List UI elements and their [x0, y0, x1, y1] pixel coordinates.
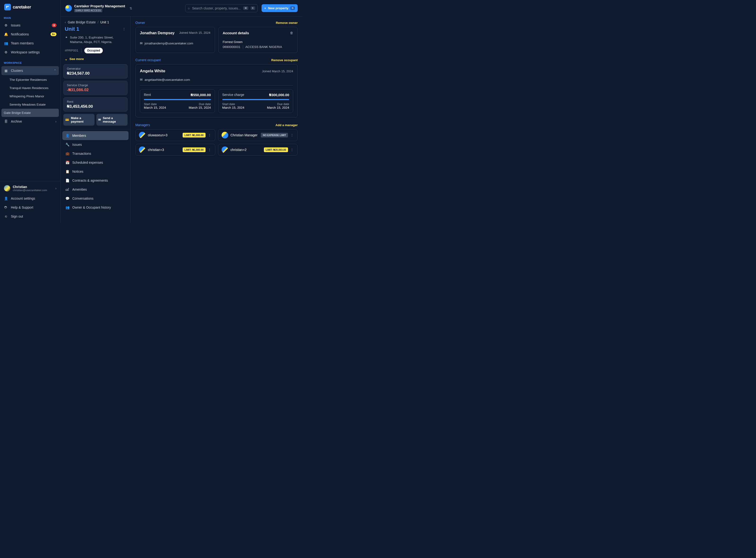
stat-generator: Generator ₦234,567.00: [63, 64, 128, 78]
more-icon[interactable]: ⋮: [291, 133, 294, 137]
sidebar-item-team[interactable]: 👥 Team members: [0, 39, 60, 48]
avatar: [139, 147, 146, 153]
sidebar-footer: Christian christian@usecaretaker.com › 👤…: [0, 181, 60, 223]
crumb-parent[interactable]: Gate Bridge Estate: [68, 20, 96, 24]
new-property-button[interactable]: + New property N: [261, 4, 298, 12]
org-badge: EARLY BIRD ACCESS: [74, 9, 102, 12]
archive-icon: 🗄: [4, 119, 8, 124]
calendar-icon: 📅: [65, 160, 70, 164]
make-payment-button[interactable]: 💳 Make a payment: [63, 114, 95, 126]
cluster-item-1[interactable]: Tranquil Haven Residences: [0, 84, 60, 92]
card-icon: 💳: [65, 118, 69, 121]
send-message-button[interactable]: ✉ Send a message: [96, 114, 128, 126]
limit-badge: LIMIT: ₦20,003.00: [264, 147, 288, 152]
help-icon: ⛑: [4, 205, 8, 209]
more-icon[interactable]: ⋮: [291, 148, 294, 152]
sidebar-item-notifications[interactable]: 🔔 Notifications 9+: [0, 30, 60, 39]
service-fee-card: Service charge ₦300,000.00 Start dateMar…: [218, 89, 294, 113]
account-settings-link[interactable]: 👤 Account settings: [0, 194, 60, 203]
manager-card: christian+2 LIMIT: ₦20,003.00 ⋮: [218, 144, 298, 156]
nav-label: Issues: [11, 23, 20, 27]
logo[interactable]: caretaker: [0, 0, 60, 15]
wallet-icon: 💼: [65, 151, 70, 156]
tab-members[interactable]: 👤Members: [62, 131, 128, 140]
org-switcher[interactable]: Caretaker Property Management EARLY BIRD…: [65, 4, 132, 12]
bell-icon: 🔔: [4, 32, 8, 36]
owner-card: Jonathan Dempsey Joined March 15, 2024 ✉…: [135, 27, 215, 53]
manager-card: Christian Manager NO EXPENSE LIMIT ⋮: [218, 129, 298, 141]
cluster-item-0[interactable]: The Epicenter Residences: [0, 76, 60, 84]
tab-transactions[interactable]: 💼Transactions: [62, 149, 128, 158]
nav-label: Notifications: [11, 32, 29, 36]
back-icon[interactable]: ‹: [65, 20, 66, 24]
mail-icon: ✉: [140, 41, 143, 45]
kbd-n: N: [291, 6, 295, 10]
tab-history[interactable]: 👥Owner & Occupant history: [62, 203, 128, 212]
help-link[interactable]: ⛑ Help & Support: [0, 203, 60, 212]
issues-badge: 8: [52, 23, 56, 27]
account-bank: ACCESS BANK NIGERIA: [246, 45, 282, 49]
owner-section-title: Owner: [135, 21, 145, 25]
sidebar-item-issues[interactable]: ⚙ Issues 8: [0, 21, 60, 30]
mail-icon: ✉: [140, 78, 143, 81]
kbd-k: K: [251, 6, 255, 10]
cluster-item-4[interactable]: Gate Bridge Estate: [1, 109, 59, 117]
svg-point-0: [66, 36, 67, 38]
gear-icon: ⚙: [4, 50, 8, 54]
occupant-joined: Joined March 15, 2024: [262, 70, 293, 73]
signout-icon: ⎋: [4, 214, 8, 219]
person-icon: 👤: [65, 133, 70, 138]
remove-owner-link[interactable]: Remove owner: [276, 21, 298, 25]
occupant-name: Angela White: [140, 69, 166, 74]
search-input[interactable]: ○ Search cluster, property, issues... ⌘ …: [185, 4, 258, 12]
user-name: Christian: [13, 185, 53, 189]
org-icon: [65, 5, 72, 11]
remove-occupant-link[interactable]: Remove occupant: [271, 58, 298, 62]
signout-link[interactable]: ⎋ Sign out: [0, 212, 60, 221]
tab-amenities[interactable]: 🛋Amenities: [62, 185, 128, 194]
more-icon[interactable]: ⋮: [208, 148, 212, 152]
topbar: Caretaker Property Management EARLY BIRD…: [60, 0, 302, 17]
see-more-toggle[interactable]: ⌄ See more: [60, 56, 130, 64]
amenity-icon: 🛋: [65, 187, 70, 192]
account-title: Account details: [223, 31, 290, 35]
status-badge: Occupied: [84, 48, 103, 53]
occupant-email: angelawhite@usecaretaker.com: [145, 78, 190, 81]
occupant-section-title: Current occupant: [135, 58, 161, 62]
more-menu-icon[interactable]: ⋮: [122, 27, 126, 31]
account-holder: Forrest Green: [223, 40, 290, 44]
user-email: christian@usecaretaker.com: [13, 189, 53, 192]
chevron-right-icon: ›: [55, 120, 56, 123]
tab-contracts[interactable]: 📄Contracts & agreements: [62, 176, 128, 185]
cluster-item-3[interactable]: Serenity Meadows Estate: [0, 100, 60, 109]
sidebar-item-archive[interactable]: 🗄 Archive ›: [0, 117, 60, 126]
people-icon: 👥: [4, 41, 8, 45]
avatar: [4, 185, 10, 192]
tab-conversations[interactable]: 💬Conversations: [62, 194, 128, 203]
tab-issues[interactable]: 🔧Issues: [62, 140, 128, 149]
add-manager-link[interactable]: Add a manager: [275, 123, 298, 127]
nav-label: Archive: [11, 120, 22, 123]
pin-icon: [65, 36, 68, 39]
unit-title: Unit 1: [65, 26, 79, 32]
delete-account-icon[interactable]: 🗑: [290, 31, 293, 35]
account-card: Account details Forrest Green 0690000031…: [218, 27, 298, 53]
tab-notices[interactable]: 📋Notices: [62, 167, 128, 176]
occupant-card: Angela White Joined March 15, 2024 ✉ ang…: [135, 64, 298, 118]
progress-bar: [144, 99, 211, 100]
wrench-icon: 🔧: [65, 143, 70, 147]
detail-column: ‹ Gate Bridge Estate / Unit 1 Unit 1 ⋮ S…: [60, 17, 131, 223]
manager-card: oluwaseun+3 LIMIT: ₦1,000.00 ⋮: [135, 129, 215, 141]
user-menu[interactable]: Christian christian@usecaretaker.com ›: [0, 183, 60, 194]
issues-icon: ⚙: [4, 23, 8, 27]
sidebar-item-workspace-settings[interactable]: ⚙ Workspace settings: [0, 48, 60, 57]
sidebar-item-clusters[interactable]: ▦ Clusters ⌃: [1, 66, 59, 75]
chevron-down-icon: ⌄: [65, 57, 68, 61]
nav-label: Team members: [11, 41, 33, 45]
logo-icon: [4, 4, 11, 10]
cluster-item-2[interactable]: Whispering Pines Manor: [0, 92, 60, 100]
tab-scheduled[interactable]: 📅Scheduled expenses: [62, 158, 128, 167]
limit-badge: LIMIT: ₦1,000.00: [183, 133, 205, 137]
more-icon[interactable]: ⋮: [208, 133, 212, 137]
address: Suite 200, 1, Euphrates Street, Maitama,…: [70, 35, 126, 44]
